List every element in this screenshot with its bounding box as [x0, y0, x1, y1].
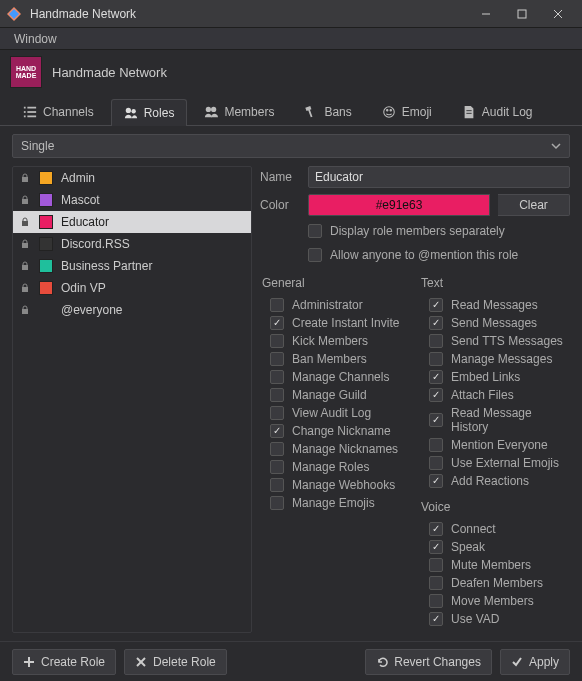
revert-button[interactable]: Revert Changes — [365, 649, 492, 675]
perm-row[interactable]: Read Message History — [419, 404, 570, 436]
tab-auditlog[interactable]: Audit Log — [449, 98, 546, 125]
perm-row[interactable]: Use VAD — [419, 610, 570, 628]
perm-row[interactable]: Read Messages — [419, 296, 570, 314]
perm-checkbox[interactable] — [429, 576, 443, 590]
perm-checkbox[interactable] — [270, 442, 284, 456]
color-row: Color #e91e63 Clear — [260, 194, 570, 216]
role-color-swatch — [39, 193, 53, 207]
perm-row[interactable]: Speak — [419, 538, 570, 556]
perm-row[interactable]: Use External Emojis — [419, 454, 570, 472]
tab-channels[interactable]: Channels — [10, 98, 107, 125]
allow-mention-checkbox[interactable] — [308, 248, 322, 262]
role-list-item[interactable]: Educator — [13, 211, 251, 233]
perm-row[interactable]: Embed Links — [419, 368, 570, 386]
role-list-item[interactable]: Mascot — [13, 189, 251, 211]
clear-color-button[interactable]: Clear — [498, 194, 570, 216]
button-label: Delete Role — [153, 655, 216, 669]
role-list-item[interactable]: @everyone — [13, 299, 251, 321]
perm-row[interactable]: Administrator — [260, 296, 411, 314]
perm-row[interactable]: Create Instant Invite — [260, 314, 411, 332]
close-button[interactable] — [540, 0, 576, 28]
perm-header-voice: Voice — [419, 500, 570, 514]
minimize-button[interactable] — [468, 0, 504, 28]
perm-checkbox[interactable] — [270, 298, 284, 312]
perm-row[interactable]: Ban Members — [260, 350, 411, 368]
perm-checkbox[interactable] — [429, 334, 443, 348]
perm-checkbox[interactable] — [429, 474, 443, 488]
perm-checkbox[interactable] — [429, 594, 443, 608]
perm-row[interactable]: Connect — [419, 520, 570, 538]
perm-row[interactable]: Manage Channels — [260, 368, 411, 386]
perm-checkbox[interactable] — [429, 388, 443, 402]
perm-label: Use External Emojis — [451, 456, 559, 470]
perm-checkbox[interactable] — [270, 478, 284, 492]
lock-icon — [19, 283, 31, 293]
perm-checkbox[interactable] — [270, 316, 284, 330]
perm-row[interactable]: Manage Messages — [419, 350, 570, 368]
allow-mention-label: Allow anyone to @mention this role — [330, 248, 518, 262]
button-label: Create Role — [41, 655, 105, 669]
display-separately-row[interactable]: Display role members separately — [260, 222, 570, 240]
perm-checkbox[interactable] — [429, 413, 443, 427]
role-selector-dropdown[interactable]: Single — [12, 134, 570, 158]
role-list-item[interactable]: Odin VP — [13, 277, 251, 299]
perm-row[interactable]: Move Members — [419, 592, 570, 610]
server-name: Handmade Network — [52, 65, 167, 80]
perm-checkbox[interactable] — [270, 460, 284, 474]
perm-row[interactable]: Send Messages — [419, 314, 570, 332]
tab-bans[interactable]: Bans — [291, 98, 364, 125]
perm-checkbox[interactable] — [270, 424, 284, 438]
perm-checkbox[interactable] — [270, 334, 284, 348]
role-list-item[interactable]: Discord.RSS — [13, 233, 251, 255]
perm-checkbox[interactable] — [270, 370, 284, 384]
name-input[interactable]: Educator — [308, 166, 570, 188]
perm-checkbox[interactable] — [270, 352, 284, 366]
perm-checkbox[interactable] — [429, 612, 443, 626]
perm-checkbox[interactable] — [429, 316, 443, 330]
tab-emoji[interactable]: Emoji — [369, 98, 445, 125]
perm-checkbox[interactable] — [270, 496, 284, 510]
allow-mention-row[interactable]: Allow anyone to @mention this role — [260, 246, 570, 264]
perm-row[interactable]: Mention Everyone — [419, 436, 570, 454]
display-separately-checkbox[interactable] — [308, 224, 322, 238]
name-label: Name — [260, 170, 300, 184]
display-separately-label: Display role members separately — [330, 224, 505, 238]
perm-row[interactable]: Manage Nicknames — [260, 440, 411, 458]
maximize-button[interactable] — [504, 0, 540, 28]
perm-row[interactable]: Manage Guild — [260, 386, 411, 404]
perm-checkbox[interactable] — [429, 370, 443, 384]
perm-row[interactable]: Manage Roles — [260, 458, 411, 476]
perm-row[interactable]: Mute Members — [419, 556, 570, 574]
role-list-item[interactable]: Business Partner — [13, 255, 251, 277]
chevron-down-icon — [551, 141, 561, 151]
create-role-button[interactable]: Create Role — [12, 649, 116, 675]
perm-row[interactable]: Deafen Members — [419, 574, 570, 592]
perm-row[interactable]: Change Nickname — [260, 422, 411, 440]
perm-checkbox[interactable] — [429, 352, 443, 366]
perm-checkbox[interactable] — [429, 558, 443, 572]
tab-members[interactable]: Members — [191, 98, 287, 125]
perm-row[interactable]: Kick Members — [260, 332, 411, 350]
perm-row[interactable]: View Audit Log — [260, 404, 411, 422]
color-input[interactable]: #e91e63 — [308, 194, 490, 216]
menu-window[interactable]: Window — [6, 30, 65, 48]
perm-row[interactable]: Attach Files — [419, 386, 570, 404]
perm-row[interactable]: Manage Emojis — [260, 494, 411, 512]
bottom-bar: Create Role Delete Role Revert Changes A… — [0, 641, 582, 681]
role-list-item[interactable]: Admin — [13, 167, 251, 189]
svg-rect-27 — [22, 265, 28, 270]
perm-checkbox[interactable] — [429, 298, 443, 312]
perm-row[interactable]: Manage Webhooks — [260, 476, 411, 494]
perm-row[interactable]: Add Reactions — [419, 472, 570, 490]
perm-checkbox[interactable] — [429, 456, 443, 470]
perm-col-general: General AdministratorCreate Instant Invi… — [260, 276, 411, 638]
delete-role-button[interactable]: Delete Role — [124, 649, 227, 675]
perm-checkbox[interactable] — [429, 522, 443, 536]
perm-checkbox[interactable] — [429, 540, 443, 554]
perm-checkbox[interactable] — [429, 438, 443, 452]
perm-checkbox[interactable] — [270, 388, 284, 402]
perm-checkbox[interactable] — [270, 406, 284, 420]
perm-row[interactable]: Send TTS Messages — [419, 332, 570, 350]
apply-button[interactable]: Apply — [500, 649, 570, 675]
tab-roles[interactable]: Roles — [111, 99, 188, 126]
